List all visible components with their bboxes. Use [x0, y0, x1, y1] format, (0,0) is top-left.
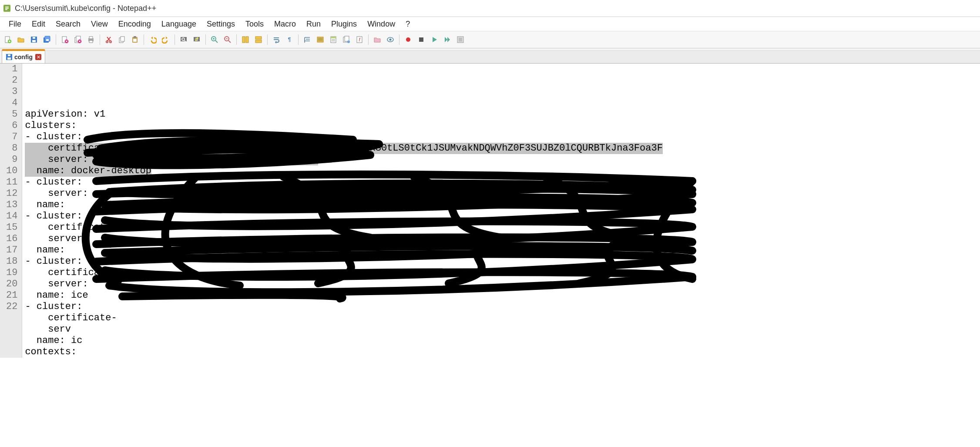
server-url-link[interactable]: https://kubernetes.docker.internal:6443 — [94, 154, 318, 165]
word-wrap-icon[interactable] — [270, 34, 282, 46]
svg-rect-36 — [331, 37, 336, 38]
code-line[interactable]: - cluster: — [25, 211, 980, 222]
save-macro-icon[interactable] — [454, 34, 467, 46]
menu-tools[interactable]: Tools — [240, 18, 269, 30]
tab-strip: config ✕ — [0, 48, 980, 64]
close-icon[interactable]: ✕ — [35, 54, 41, 60]
code-line[interactable]: certificate-authority-data: LS0tLS1CRUdJ… — [25, 143, 980, 154]
paste-icon[interactable] — [129, 34, 141, 46]
record-macro-icon[interactable] — [402, 34, 414, 46]
svg-rect-26 — [194, 37, 200, 41]
svg-point-18 — [110, 41, 111, 43]
monitor-icon[interactable] — [384, 34, 396, 46]
tab-label: config — [14, 54, 33, 60]
code-line[interactable]: - cluster: — [25, 131, 980, 143]
svg-rect-48 — [7, 57, 11, 60]
line-number: 2 — [6, 75, 17, 86]
menu-run[interactable]: Run — [301, 18, 326, 30]
code-line[interactable]: certificate-author — [25, 222, 980, 233]
line-number: 22 — [6, 301, 17, 313]
code-line[interactable]: - cluster: — [25, 177, 980, 188]
menu-view[interactable]: View — [86, 18, 113, 30]
code-line[interactable]: certificate- — [25, 313, 980, 324]
close-file-icon[interactable] — [59, 34, 71, 46]
code-line[interactable]: name: docker-desktop — [25, 165, 980, 177]
save-icon[interactable] — [28, 34, 40, 46]
code-line[interactable]: - cluster: — [25, 256, 980, 267]
svg-rect-30 — [246, 37, 248, 43]
indent-guide-icon[interactable] — [301, 34, 313, 46]
svg-rect-16 — [89, 40, 93, 43]
line-number: 5 — [6, 109, 17, 120]
code-line[interactable]: server: — [25, 279, 980, 290]
sync-h-icon[interactable] — [252, 34, 265, 46]
svg-rect-29 — [242, 37, 245, 43]
window-title: C:\Users\sumit\.kube\config - Notepad++ — [15, 4, 156, 13]
svg-rect-4 — [32, 40, 36, 42]
code-line[interactable]: certificate — [25, 267, 980, 279]
code-line[interactable]: server: https://kubernetes.docker.intern… — [25, 154, 980, 165]
new-file-icon[interactable] — [2, 34, 14, 46]
stop-macro-icon[interactable] — [415, 34, 427, 46]
svg-point-17 — [106, 41, 108, 43]
code-line[interactable]: name: — [25, 199, 980, 211]
menu-window[interactable]: Window — [362, 18, 400, 30]
save-all-icon[interactable] — [41, 34, 53, 46]
svg-point-44 — [406, 37, 410, 42]
print-icon[interactable] — [85, 34, 97, 46]
editor[interactable]: 12345678910111213141516171819202122 apiV… — [0, 64, 980, 358]
tab-filler — [46, 50, 980, 63]
undo-icon[interactable] — [147, 34, 159, 46]
zoom-in-icon[interactable] — [208, 34, 221, 46]
doc-list-icon[interactable] — [340, 34, 352, 46]
svg-rect-15 — [89, 37, 93, 39]
svg-rect-34 — [317, 37, 323, 42]
close-all-icon[interactable] — [72, 34, 84, 46]
line-number: 15 — [6, 222, 17, 233]
line-number: 3 — [6, 86, 17, 97]
code-line[interactable]: apiVersion: v1 — [25, 109, 980, 120]
menu-macro[interactable]: Macro — [269, 18, 301, 30]
code-line[interactable]: server: — [25, 188, 980, 199]
menu-settings[interactable]: Settings — [201, 18, 240, 30]
menu-language[interactable]: Language — [156, 18, 201, 30]
menu-help[interactable]: ? — [400, 18, 415, 30]
run-multiple-icon[interactable] — [441, 34, 453, 46]
svg-rect-31 — [255, 37, 262, 39]
menu-plugins[interactable]: Plugins — [326, 18, 362, 30]
code-line[interactable]: server: — [25, 233, 980, 245]
cut-icon[interactable] — [103, 34, 115, 46]
redo-icon[interactable] — [160, 34, 172, 46]
code-line[interactable]: serv — [25, 324, 980, 335]
code-area[interactable]: apiVersion: v1clusters:- cluster: certif… — [22, 64, 980, 358]
replace-icon[interactable] — [191, 34, 203, 46]
sync-v-icon[interactable] — [239, 34, 252, 46]
code-line[interactable]: contexts: — [25, 346, 980, 358]
code-line[interactable]: name: ice — [25, 290, 980, 301]
line-number: 8 — [6, 143, 17, 154]
code-line[interactable]: - cluster: — [25, 301, 980, 313]
code-line[interactable]: name: ic — [25, 335, 980, 346]
open-file-icon[interactable] — [15, 34, 27, 46]
line-number: 6 — [6, 120, 17, 131]
func-list-icon[interactable]: f — [353, 34, 366, 46]
code-line[interactable]: name: — [25, 245, 980, 256]
menu-file[interactable]: File — [3, 18, 27, 30]
copy-icon[interactable] — [116, 34, 128, 46]
menu-encoding[interactable]: Encoding — [113, 18, 156, 30]
play-macro-icon[interactable] — [428, 34, 440, 46]
line-number: 16 — [6, 233, 17, 245]
menu-search[interactable]: Search — [50, 18, 86, 30]
folder-as-workspace-icon[interactable] — [371, 34, 383, 46]
line-number: 4 — [6, 97, 17, 109]
toolbar-separator — [205, 34, 206, 45]
line-number-gutter: 12345678910111213141516171819202122 — [0, 64, 22, 358]
doc-map-icon[interactable] — [327, 34, 339, 46]
show-all-chars-icon[interactable]: ¶ — [283, 34, 295, 46]
menu-edit[interactable]: Edit — [27, 18, 50, 30]
find-icon[interactable] — [178, 34, 190, 46]
code-line[interactable]: clusters: — [25, 120, 980, 131]
user-lang-icon[interactable] — [314, 34, 326, 46]
tab-config[interactable]: config ✕ — [2, 49, 45, 63]
zoom-out-icon[interactable] — [222, 34, 234, 46]
